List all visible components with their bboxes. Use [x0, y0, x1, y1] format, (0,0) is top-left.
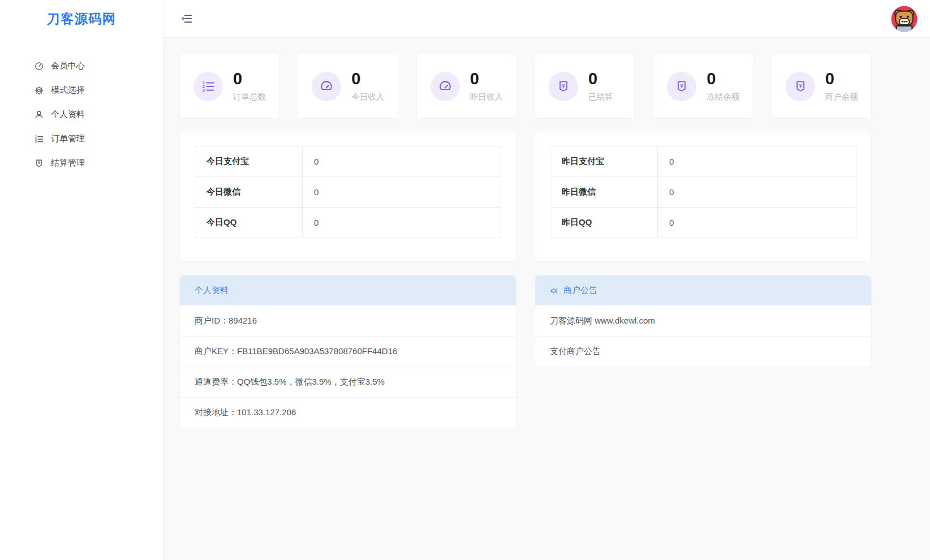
list-item: 商户ID：894216: [180, 305, 516, 336]
sidebar: 刀客源码网 会员中心 模式选择: [0, 0, 163, 560]
sidebar-item-label: 个人资料: [51, 109, 85, 120]
sidebar-item-member-center[interactable]: 会员中心: [0, 54, 163, 78]
stat-card-yesterday-income: 0 昨日收入: [416, 54, 516, 119]
panel-title: 商户公告: [563, 285, 597, 296]
stat-label: 昨日收入: [470, 92, 503, 102]
row-value: 0: [303, 177, 501, 208]
row-label: 今日微信: [195, 177, 303, 208]
shield-yen-icon: ¥: [549, 72, 578, 101]
sidebar-item-orders[interactable]: 1 2 3 订单管理: [0, 127, 163, 151]
panel-title: 个人资料: [195, 285, 229, 296]
today-summary-panel: 今日支付宝 0 今日微信 0 今日QQ 0: [179, 132, 516, 262]
yesterday-summary-panel: 昨日支付宝 0 昨日微信 0 昨日QQ 0: [535, 132, 872, 262]
table-row: 今日微信 0: [195, 177, 501, 208]
row-label: 今日支付宝: [195, 147, 303, 177]
gauge-icon: [430, 72, 460, 101]
stat-label: 订单总数: [233, 92, 266, 102]
app-window: 刀客源码网 会员中心 模式选择: [0, 0, 930, 560]
stat-card-today-income: 0 今日收入: [298, 54, 398, 119]
shield-yen-icon: ¥: [667, 72, 696, 101]
info-panels-row: 个人资料 商户ID：894216 商户KEY：FB11BE9BD65A903A5…: [179, 275, 872, 428]
ordered-list-icon: 1 2 3: [34, 134, 44, 144]
list-item: 支付商户公告: [535, 336, 871, 367]
topbar: [163, 0, 930, 38]
gauge-icon: [34, 61, 44, 71]
summary-tables-row: 今日支付宝 0 今日微信 0 今日QQ 0: [179, 132, 872, 262]
sidebar-item-label: 订单管理: [51, 133, 85, 144]
stat-value: 0: [233, 70, 266, 87]
row-value: 0: [658, 147, 856, 177]
profile-panel: 个人资料 商户ID：894216 商户KEY：FB11BE9BD65A903A5…: [179, 275, 516, 428]
notice-panel-header: 商户公告: [535, 275, 871, 305]
row-label: 昨日QQ: [550, 208, 658, 238]
row-value: 0: [658, 177, 856, 208]
row-label: 昨日微信: [550, 177, 658, 208]
notice-panel: 商户公告 刀客源码网 www.dkewl.com 支付商户公告: [535, 275, 872, 367]
row-value: 0: [303, 147, 501, 177]
stat-value: 0: [351, 70, 384, 87]
svg-text:¥: ¥: [799, 83, 802, 88]
sidebar-menu: 会员中心 模式选择 个人资料: [0, 38, 163, 175]
list-item: 通道费率：QQ钱包3.5%，微信3.5%，支付宝3.5%: [180, 367, 516, 397]
sidebar-item-mode-select[interactable]: 模式选择: [0, 78, 163, 102]
sidebar-item-profile[interactable]: 个人资料: [0, 102, 163, 127]
dashboard-content: 1 2 3 0 订单总数: [163, 38, 930, 428]
list-item: 对接地址：101.33.127.206: [180, 397, 516, 428]
svg-text:3: 3: [35, 140, 37, 143]
sidebar-item-label: 结算管理: [51, 158, 85, 169]
stat-label: 冻结余额: [707, 92, 739, 102]
stat-value: 0: [707, 70, 739, 87]
stat-card-frozen-balance: ¥ 0 冻结余额: [653, 54, 753, 119]
stat-card-merchant-balance: ¥ 0 商户余额: [772, 54, 872, 119]
speaker-icon: [550, 286, 559, 295]
stat-label: 已结算: [588, 92, 613, 102]
stat-value: 0: [588, 70, 613, 87]
stat-cards-row: 1 2 3 0 订单总数: [179, 54, 872, 119]
menu-fold-icon[interactable]: [180, 12, 193, 25]
shield-yen-icon: ¥: [786, 72, 815, 101]
table-row: 今日支付宝 0: [195, 147, 501, 177]
today-summary-table: 今日支付宝 0 今日微信 0 今日QQ 0: [195, 146, 501, 238]
sidebar-item-label: 模式选择: [51, 85, 85, 96]
table-row: 昨日微信 0: [550, 177, 856, 208]
shield-yen-icon: ¥: [34, 158, 44, 169]
bear-avatar[interactable]: [891, 6, 918, 32]
table-row: 昨日QQ 0: [550, 208, 856, 238]
stat-card-order-total: 1 2 3 0 订单总数: [179, 54, 279, 119]
svg-text:¥: ¥: [562, 83, 565, 88]
sidebar-item-label: 会员中心: [51, 61, 85, 71]
gauge-icon: [312, 72, 341, 101]
stat-value: 0: [470, 70, 503, 87]
table-row: 今日QQ 0: [195, 208, 501, 238]
row-label: 昨日支付宝: [550, 147, 658, 177]
table-row: 昨日支付宝 0: [550, 147, 856, 177]
profile-panel-header: 个人资料: [180, 275, 516, 305]
gear-icon: [34, 85, 44, 96]
stat-label: 今日收入: [351, 92, 384, 102]
stat-card-settled: ¥ 0 已结算: [535, 54, 635, 119]
stat-label: 商户余额: [825, 92, 858, 102]
row-value: 0: [658, 208, 856, 238]
user-icon: [34, 110, 44, 120]
sidebar-item-settlement[interactable]: ¥ 结算管理: [0, 151, 163, 175]
svg-text:¥: ¥: [681, 83, 684, 88]
ordered-list-icon: 1 2 3: [193, 72, 223, 101]
list-item: 商户KEY：FB11BE9BD65A903A537808760FF44D16: [180, 336, 516, 367]
row-label: 今日QQ: [195, 208, 303, 238]
yesterday-summary-table: 昨日支付宝 0 昨日微信 0 昨日QQ 0: [550, 146, 856, 238]
row-value: 0: [303, 208, 501, 238]
list-item: 刀客源码网 www.dkewl.com: [535, 305, 871, 336]
svg-text:3: 3: [203, 87, 205, 92]
brand-logo[interactable]: 刀客源码网: [0, 0, 163, 38]
svg-text:¥: ¥: [38, 161, 40, 165]
main-area: 1 2 3 0 订单总数: [163, 0, 930, 560]
stat-value: 0: [825, 70, 858, 87]
